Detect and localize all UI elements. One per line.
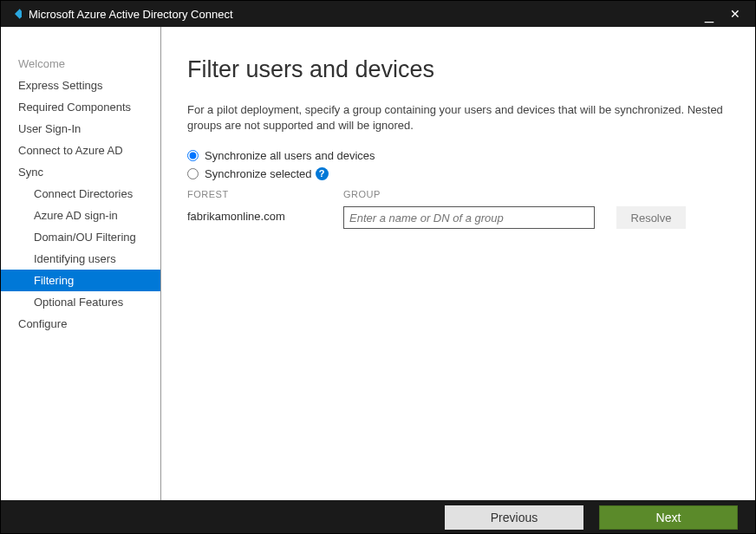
page-description: For a pilot deployment, specify a group … xyxy=(187,102,725,134)
azure-logo-icon xyxy=(8,7,22,21)
radio-sync-all-input[interactable] xyxy=(187,150,199,161)
page-title: Filter users and devices xyxy=(187,56,729,83)
group-column: GROUP xyxy=(343,189,599,229)
filter-columns: FOREST fabrikamonline.com GROUP Resolve xyxy=(187,189,729,229)
help-icon[interactable]: ? xyxy=(316,167,329,180)
previous-button[interactable]: Previous xyxy=(445,505,583,530)
minimize-button[interactable]: _ xyxy=(696,11,722,16)
nav-filtering[interactable]: Filtering xyxy=(1,270,160,291)
nav-configure[interactable]: Configure xyxy=(1,313,160,335)
nav-sync[interactable]: Sync xyxy=(1,161,160,183)
content: Filter users and devices For a pilot dep… xyxy=(161,27,755,500)
forest-value: fabrikamonline.com xyxy=(187,206,343,223)
forest-header: FOREST xyxy=(187,189,343,199)
window-title: Microsoft Azure Active Directory Connect xyxy=(29,8,696,21)
radio-sync-selected-input[interactable] xyxy=(187,168,199,179)
radio-sync-all[interactable]: Synchronize all users and devices xyxy=(187,149,729,162)
nav-azure-ad-signin[interactable]: Azure AD sign-in xyxy=(1,205,160,226)
radio-sync-all-label: Synchronize all users and devices xyxy=(205,149,375,162)
titlebar: Microsoft Azure Active Directory Connect… xyxy=(1,1,755,27)
close-button[interactable]: ✕ xyxy=(722,7,748,21)
nav-connect-azure-ad[interactable]: Connect to Azure AD xyxy=(1,140,160,161)
nav-optional-features[interactable]: Optional Features xyxy=(1,291,160,313)
main: Welcome Express Settings Required Compon… xyxy=(1,27,755,500)
footer: Previous Next xyxy=(1,500,755,534)
group-header: GROUP xyxy=(343,189,599,199)
resolve-button[interactable]: Resolve xyxy=(616,206,686,229)
resolve-column: Resolve xyxy=(599,189,686,229)
nav-welcome[interactable]: Welcome xyxy=(1,53,160,75)
svg-rect-0 xyxy=(15,9,22,18)
nav-domain-ou-filtering[interactable]: Domain/OU Filtering xyxy=(1,226,160,248)
next-button[interactable]: Next xyxy=(599,505,738,530)
forest-column: FOREST fabrikamonline.com xyxy=(187,189,343,229)
sidebar: Welcome Express Settings Required Compon… xyxy=(1,27,161,500)
nav-express-settings[interactable]: Express Settings xyxy=(1,75,160,96)
nav-connect-directories[interactable]: Connect Directories xyxy=(1,183,160,205)
nav-required-components[interactable]: Required Components xyxy=(1,96,160,118)
group-input[interactable] xyxy=(343,206,595,229)
resolve-header-spacer xyxy=(616,189,686,199)
nav-user-signin[interactable]: User Sign-In xyxy=(1,118,160,140)
nav-identifying-users[interactable]: Identifying users xyxy=(1,248,160,270)
radio-sync-selected[interactable]: Synchronize selected ? xyxy=(187,167,729,180)
radio-sync-selected-label: Synchronize selected xyxy=(205,167,312,180)
